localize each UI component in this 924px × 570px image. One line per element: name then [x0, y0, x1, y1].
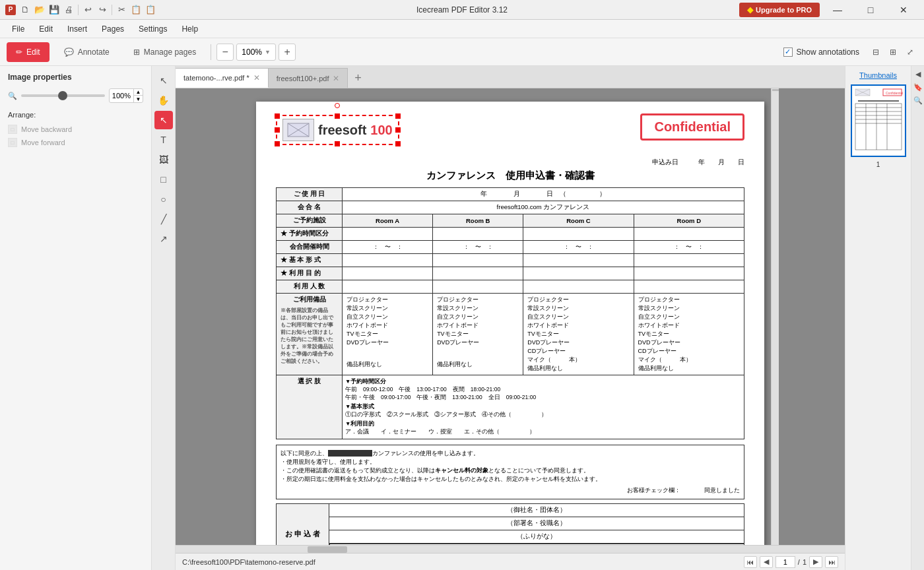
fit-page-button[interactable]: ⤢ [903, 45, 917, 59]
menu-help[interactable]: Help [175, 22, 205, 36]
image-tool[interactable]: 🖼 [154, 150, 173, 169]
manage-pages-mode-button[interactable]: ⊞ Manage pages [124, 42, 205, 62]
zoom-slider-thumb[interactable] [58, 91, 67, 100]
search-panel-icon[interactable]: 🔍 [913, 95, 923, 106]
menu-edit[interactable]: Edit [32, 22, 59, 36]
h-scrollbar[interactable] [176, 545, 845, 553]
select-tool[interactable]: ↖ [154, 111, 173, 129]
maximize-button[interactable]: □ [855, 0, 886, 20]
count-b [433, 280, 523, 294]
zoom-slider[interactable] [21, 94, 105, 97]
date-value: 年 月 日 （ ） [343, 188, 744, 201]
copy-icon[interactable]: 📋 [129, 3, 143, 16]
menu-insert[interactable]: Insert [61, 22, 94, 36]
rectangle-tool[interactable]: □ [154, 170, 173, 189]
tab-freesoft-close[interactable]: ✕ [333, 74, 339, 83]
h-scroll-thumb[interactable] [308, 546, 347, 553]
bookmark-icon[interactable]: 🔖 [913, 82, 923, 92]
zoom-stepper[interactable]: ▲ ▼ [133, 89, 143, 102]
tab-tatemono-close[interactable]: ✕ [253, 73, 260, 82]
sep1 [78, 5, 79, 15]
annotate-mode-button[interactable]: 💬 Annotate [55, 42, 119, 62]
equipment-c: プロジェクター常設スクリーン自立スクリーンホワイトボードTVモニターDVDプレー… [523, 294, 634, 375]
equipment-label-cell: ご利用備品 ※各部屋設置の備品は、当日のお申し出でもご利用可能ですが事前にお知ら… [277, 294, 343, 375]
first-page-button[interactable]: ⏮ [744, 556, 757, 568]
v-scrollbar[interactable] [771, 88, 779, 545]
prev-page-button[interactable]: ◀ [760, 556, 773, 568]
logo-image [282, 119, 314, 141]
tab-tatemono[interactable]: tatemono-...rve.pdf * ✕ [176, 68, 269, 88]
zoom-in-button[interactable]: + [279, 44, 296, 61]
two-page-view-button[interactable]: ⊞ [886, 45, 900, 59]
handle-bl[interactable] [275, 141, 280, 146]
move-backward-label: Move backward [21, 125, 72, 133]
next-page-button[interactable]: ▶ [809, 556, 822, 568]
open-file-icon[interactable]: 📂 [33, 3, 46, 16]
redo-icon[interactable]: ↪ [96, 3, 109, 16]
ellipse-tool[interactable]: ○ [154, 190, 173, 208]
handle-tr[interactable] [395, 113, 401, 119]
main-toolbar: ✏ Edit 💬 Annotate ⊞ Manage pages − 100% … [0, 38, 924, 66]
handle-bm[interactable] [335, 141, 340, 146]
row-purpose: ★ 利 用 目 的 [277, 267, 744, 280]
zoom-step-down[interactable]: ▼ [134, 96, 143, 102]
line-tool[interactable]: ╱ [154, 210, 173, 228]
pointer-tool[interactable]: ↖ [154, 71, 173, 90]
row-meeting-time: 会合開催時間 ： 〜 ： ： 〜 ： ： 〜 ： ： 〜 ： [277, 241, 744, 254]
last-page-button[interactable]: ⏭ [825, 556, 838, 568]
move-backward-button[interactable]: □ Move backward [8, 123, 143, 136]
equipment-d: プロジェクター常設スクリーン自立スクリーンホワイトボードTVモニターDVDプレー… [634, 294, 744, 375]
save-icon[interactable]: 💾 [48, 3, 61, 16]
minimize-button[interactable]: — [822, 0, 853, 20]
handle-tl[interactable] [275, 113, 280, 119]
handle-mr[interactable] [395, 127, 401, 133]
zoom-value-dropdown[interactable]: 100% ▼ [236, 44, 276, 61]
right-area: Thumbnails Confidential [845, 66, 924, 570]
page-number-input[interactable] [776, 556, 795, 568]
menu-settings[interactable]: Settings [132, 22, 174, 36]
text-tool[interactable]: T [154, 131, 173, 149]
select-label: 選 択 肢 [277, 375, 343, 439]
annotate-icon: 💬 [64, 48, 74, 57]
upgrade-button[interactable]: ◆ Upgrade to PRO [739, 3, 820, 17]
handle-tm[interactable] [335, 113, 340, 119]
edit-mode-button[interactable]: ✏ Edit [7, 42, 50, 62]
app-note4: ・所定の期日迄に使用料金を支払わなかった場合はキャンセルしたものとみなされ、所定… [280, 475, 740, 484]
time-options-2: 午前・午後 09:00-17:00 午後・夜間 13:00-21:00 全日 0… [345, 394, 741, 402]
menu-pages[interactable]: Pages [95, 22, 131, 36]
menu-file[interactable]: File [5, 22, 31, 36]
zoom-step-up[interactable]: ▲ [134, 89, 143, 96]
facility-header: ご予約施設 [277, 214, 343, 228]
handle-ml[interactable] [275, 127, 280, 133]
handle-br[interactable] [395, 141, 401, 146]
date-row: ご 使 用 日 年 月 日 （ ） [277, 188, 744, 201]
show-annotations-label: Show annotations [797, 48, 859, 57]
cut-icon[interactable]: ✂ [115, 3, 128, 16]
close-button[interactable]: ✕ [888, 0, 919, 20]
time-zone-b [433, 228, 523, 241]
tab-freesoft[interactable]: freesoft100+.pdf ✕ [269, 68, 348, 88]
app-note3: ・この使用確認書の返送をもって契約成立となり、以降はキャンセル料の対象となること… [280, 466, 740, 475]
zoom-value-control: 100% ▲ ▼ [109, 88, 143, 103]
arrow-tool[interactable]: ↗ [154, 230, 173, 248]
undo-icon[interactable]: ↩ [81, 3, 94, 16]
zoom-out-button[interactable]: − [216, 44, 234, 61]
thumbnail-1[interactable]: Confidential [851, 84, 906, 157]
logo-selection[interactable]: freesoft 100 [276, 115, 399, 145]
single-page-view-button[interactable]: ⊟ [869, 45, 883, 59]
hand-tool[interactable]: ✋ [154, 91, 173, 110]
collapse-panel-button[interactable]: ◀ [913, 69, 923, 79]
cancel-bold: キャンセル料の対象 [435, 467, 488, 474]
venue-row: 会 合 名 freesoft100.com カンファレンス [277, 201, 744, 214]
move-forward-button[interactable]: □ Move forward [8, 136, 143, 149]
scroll-thumb[interactable] [772, 89, 779, 91]
doc-canvas[interactable]: freesoft 100 Confidential 申込み日 年 月 日 カンフ… [176, 88, 845, 545]
properties-panel: Image properties 🔍 100% ▲ ▼ Arrange: [0, 66, 152, 570]
rotation-handle[interactable] [335, 103, 340, 108]
print-icon[interactable]: 🖨 [62, 3, 75, 16]
show-annotations-checkbox[interactable]: ✓ [783, 48, 793, 57]
paste-icon[interactable]: 📋 [144, 3, 157, 16]
new-file-icon[interactable]: 🗋 [18, 3, 32, 16]
add-tab-button[interactable]: + [348, 68, 368, 88]
thumbnails-header[interactable]: Thumbnails [859, 66, 897, 82]
